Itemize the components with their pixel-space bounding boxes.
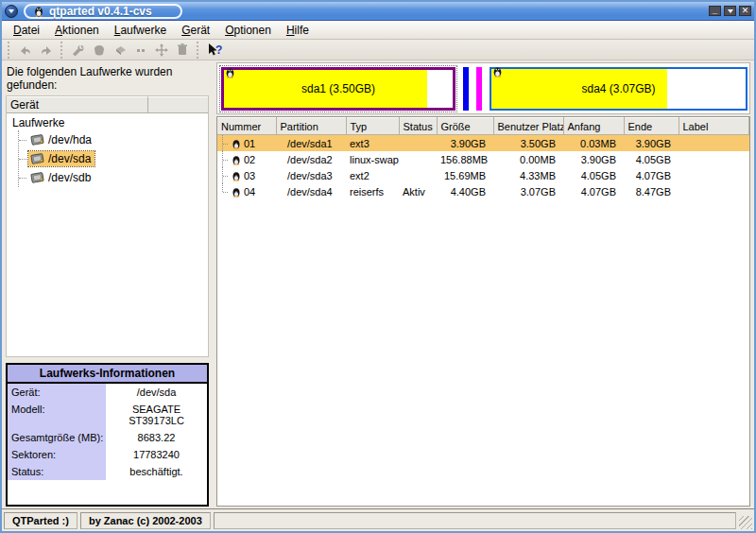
col-status[interactable]: Status — [399, 118, 437, 135]
close-button[interactable]: ✕ — [739, 6, 751, 16]
col-typ[interactable]: Typ — [346, 118, 399, 135]
menu-aktionen[interactable]: Aktionen — [47, 22, 107, 39]
table-row[interactable]: 04 /dev/sda4 reiserfs Aktiv 4.40GB 3.07G… — [217, 183, 749, 199]
info-value: beschäftigt. — [106, 463, 207, 480]
col-benutzer-platz[interactable]: Benutzer Platz — [493, 118, 563, 135]
format-button[interactable] — [110, 41, 130, 60]
partition-number: 04 — [244, 186, 255, 198]
tree-root-laufwerke[interactable]: Laufwerke — [10, 115, 208, 130]
device-row-hda[interactable]: /dev/hda — [19, 130, 208, 149]
bucket-icon — [92, 43, 107, 57]
partition-name: /dev/sda3 — [276, 167, 346, 183]
partition-bar-sda1[interactable]: sda1 (3.50GB) — [221, 67, 455, 111]
partition-label — [679, 167, 749, 183]
partition-name: /dev/sda2 — [276, 151, 346, 167]
info-panel-filler — [8, 480, 207, 505]
trash-icon — [176, 43, 189, 57]
partition-type: ext3 — [346, 135, 399, 152]
window-menu-button[interactable] — [5, 5, 18, 18]
info-row-geraet: Gerät: /dev/sda — [8, 384, 207, 401]
partition-size: 3.90GB — [437, 135, 493, 152]
partition-bar-sda4[interactable]: sda4 (3.07GB) — [490, 67, 747, 111]
table-row[interactable]: 03 /dev/sda3 ext2 15.69MB 4.33MB 4.05GB … — [217, 167, 749, 183]
device-item-sdb[interactable]: /dev/sdb — [28, 170, 94, 185]
partition-start: 0.03MB — [563, 135, 624, 152]
tree-header-blank[interactable] — [148, 96, 208, 113]
info-row-modell: Modell: SEAGATE ST39173LC — [8, 401, 207, 429]
statusbar-filler — [214, 512, 736, 529]
drive-info-title: Laufwerks-Informationen — [8, 365, 207, 384]
menu-laufwerke[interactable]: Laufwerke — [107, 22, 174, 39]
info-label: Status: — [8, 463, 106, 480]
disk-icon — [30, 153, 44, 164]
menu-geraet[interactable]: Gerät — [174, 22, 217, 39]
info-label: Sektoren: — [8, 446, 106, 463]
device-item-sda-selected[interactable]: /dev/sda — [28, 151, 94, 166]
info-row-status: Status: beschäftigt. — [8, 463, 207, 480]
partition-bar-sda3[interactable] — [476, 67, 482, 111]
undo-button[interactable] — [15, 41, 36, 60]
toolbar-separator — [197, 42, 200, 59]
tree-header-geraet[interactable]: Gerät — [7, 96, 148, 113]
partition-table: Nummer Partition Typ Status Größe Benutz… — [217, 117, 749, 199]
whats-this-button[interactable]: ? — [204, 41, 225, 60]
menu-hilfe[interactable]: Hilfe — [279, 22, 317, 39]
device-row-sda[interactable]: /dev/sda — [19, 149, 208, 168]
partition-used: 3.50GB — [493, 135, 563, 152]
partition-label — [679, 135, 749, 152]
help-cursor-icon: ? — [206, 43, 223, 58]
info-row-sektoren: Sektoren: 17783240 — [8, 446, 207, 463]
partition-size: 15.69MB — [437, 167, 493, 183]
minimize-button[interactable]: _ — [709, 6, 721, 16]
col-nummer[interactable]: Nummer — [217, 118, 276, 135]
shade-button[interactable] — [724, 6, 736, 16]
resize-button[interactable] — [130, 41, 151, 60]
properties-button[interactable] — [68, 41, 89, 60]
partition-number: 03 — [244, 170, 255, 181]
partition-size: 156.88MB — [437, 151, 493, 167]
table-row[interactable]: 02 /dev/sda2 linux-swap 156.88MB 0.00MB … — [217, 151, 749, 167]
partition-status: Aktiv — [399, 183, 437, 199]
partition-visual: sda1 (3.50GB) sda4 (3.07GB) — [216, 62, 750, 114]
drive-info-panel: Laufwerks-Informationen Gerät: /dev/sda … — [6, 363, 209, 507]
tux-icon — [232, 170, 241, 181]
partition-end: 3.90GB — [624, 135, 679, 152]
eraser-icon — [112, 43, 128, 57]
titlebar[interactable]: qtparted v0.4.1-cvs _ ✕ — [2, 2, 754, 21]
device-label: /dev/sdb — [48, 171, 91, 184]
device-item-hda[interactable]: /dev/hda — [28, 132, 95, 147]
redo-button[interactable] — [36, 41, 57, 60]
col-label[interactable]: Label — [679, 118, 749, 135]
partition-table-wrap: Nummer Partition Typ Status Größe Benutz… — [216, 116, 750, 507]
create-partition-button[interactable] — [89, 41, 110, 60]
main-area: Die folgenden Laufwerke wurden gefunden:… — [2, 60, 754, 508]
device-row-sdb[interactable]: /dev/sdb — [19, 168, 208, 187]
partition-used: 4.33MB — [493, 167, 563, 183]
statusbar-app-name: QTParted :) — [4, 512, 77, 529]
menu-optionen[interactable]: Optionen — [217, 22, 279, 39]
partition-label — [679, 183, 749, 199]
info-value: 8683.22 — [106, 429, 207, 446]
partition-start: 4.05GB — [563, 167, 624, 183]
partition-bar-sda2[interactable] — [463, 67, 469, 111]
app-icon — [33, 5, 44, 17]
col-groesse[interactable]: Größe — [437, 118, 493, 135]
partition-name: /dev/sda4 — [276, 183, 346, 199]
wrench-icon — [71, 43, 86, 57]
partition-number: 02 — [244, 154, 255, 165]
col-anfang[interactable]: Anfang — [563, 118, 624, 135]
resize-grip[interactable] — [739, 516, 752, 529]
tree-children: /dev/hda /dev/sda /dev — [18, 130, 208, 187]
menu-datei[interactable]: Datei — [6, 22, 47, 39]
table-row[interactable]: 01 /dev/sda1 ext3 3.90GB 3.50GB 0.03MB 3… — [217, 135, 749, 152]
col-partition[interactable]: Partition — [276, 118, 346, 135]
delete-button[interactable] — [172, 41, 193, 60]
move-button[interactable] — [151, 41, 172, 60]
tree-branch — [217, 167, 229, 183]
toolbar-handle[interactable] — [8, 42, 11, 59]
svg-text:?: ? — [215, 43, 222, 57]
info-label: Gesamtgröße (MB): — [8, 429, 106, 446]
statusbar: QTParted :) by Zanac (c) 2002-2003 — [2, 508, 754, 531]
col-ende[interactable]: Ende — [624, 118, 679, 135]
statusbar-credit: by Zanac (c) 2002-2003 — [80, 512, 211, 529]
